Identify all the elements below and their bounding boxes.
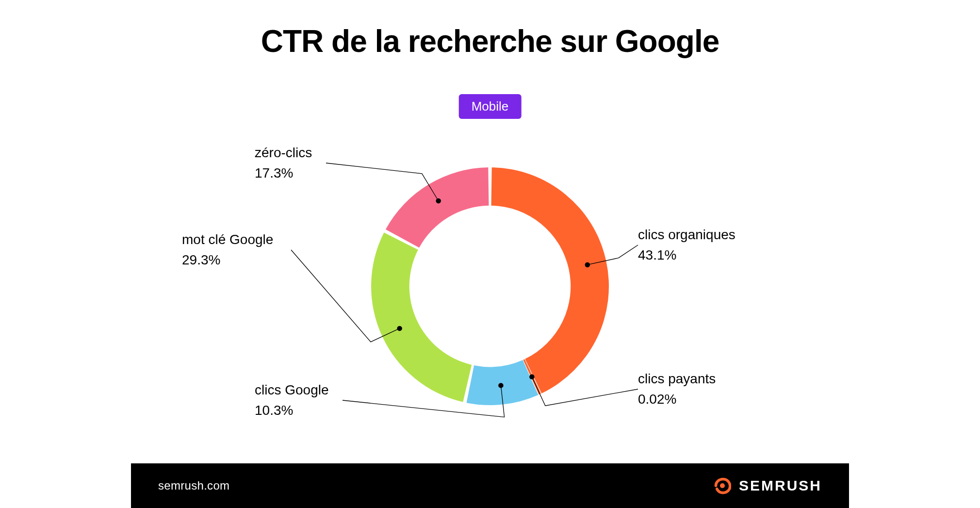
chart-stage: CTR de la recherche sur Google Mobile cl…: [0, 0, 980, 508]
label-organic: clics organiques 43.1%: [638, 226, 735, 264]
label-google: clics Google 10.3%: [255, 381, 329, 420]
donut-chart: [354, 150, 626, 422]
label-google-name: clics Google: [255, 381, 329, 399]
donut-svg: [354, 150, 626, 422]
label-keyword-pct: 29.3%: [182, 251, 273, 269]
svg-point-3: [397, 326, 402, 331]
label-keyword: mot clé Google 29.3%: [182, 230, 273, 269]
label-keyword-name: mot clé Google: [182, 230, 273, 249]
label-zero-pct: 17.3%: [255, 164, 312, 182]
svg-point-0: [585, 262, 590, 267]
platform-badge: Mobile: [459, 94, 522, 119]
chart-title: CTR de la recherche sur Google: [0, 23, 980, 59]
svg-point-2: [498, 383, 504, 388]
label-paid-pct: 0.02%: [638, 390, 716, 409]
svg-point-1: [529, 374, 535, 379]
footer-brand-name: SEMRUSH: [739, 477, 822, 494]
label-organic-name: clics organiques: [638, 226, 735, 244]
footer-site: semrush.com: [158, 479, 229, 492]
footer-brand: SEMRUSH: [714, 477, 822, 494]
label-zero-name: zéro-clics: [255, 144, 312, 162]
semrush-icon: [714, 477, 731, 494]
label-zero: zéro-clics 17.3%: [255, 144, 312, 182]
footer-bar: semrush.com SEMRUSH: [131, 463, 849, 508]
svg-point-5: [720, 483, 725, 488]
donut-slices: [371, 167, 609, 405]
label-google-pct: 10.3%: [255, 401, 329, 420]
label-paid: clics payants 0.02%: [638, 370, 716, 409]
label-paid-name: clics payants: [638, 370, 716, 388]
svg-point-4: [436, 198, 441, 204]
label-organic-pct: 43.1%: [638, 246, 735, 264]
